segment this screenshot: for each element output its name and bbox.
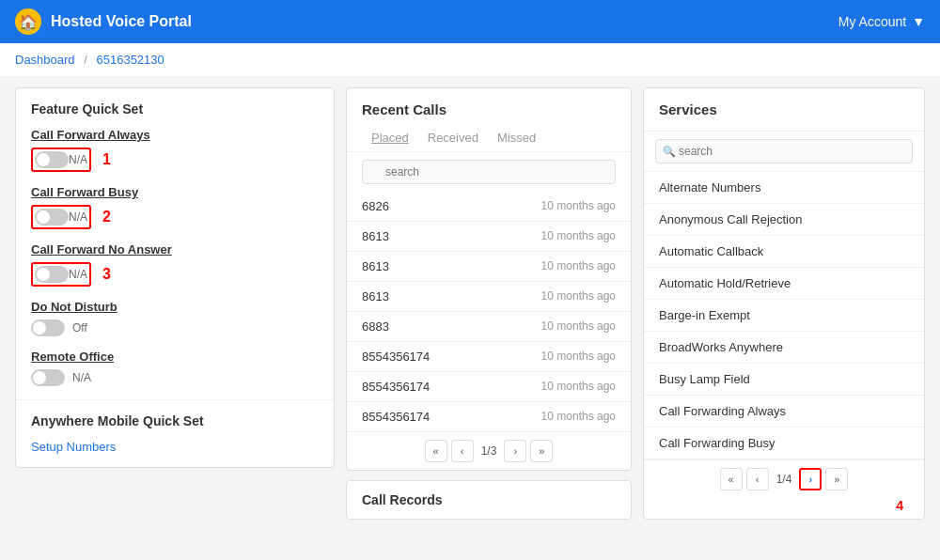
calls-table: 6826 10 months ago 8613 10 months ago 86… — [347, 192, 631, 431]
feature-label-call-forward-no-answer: Call Forward No Answer — [31, 242, 319, 257]
services-search-input[interactable] — [655, 139, 913, 163]
toggle-remote-office[interactable] — [31, 369, 65, 386]
page-first-button[interactable]: « — [425, 440, 447, 462]
feature-call-forward-no-answer: Call Forward No Answer N/A 3 — [31, 242, 319, 287]
services-page-info: 1/4 — [773, 473, 796, 486]
services-page-first-button[interactable]: « — [720, 468, 743, 490]
toggle-call-forward-no-answer[interactable] — [35, 266, 69, 283]
call-time: 10 months ago — [541, 229, 616, 243]
toggle-do-not-disturb[interactable] — [31, 319, 65, 336]
toggle-value-dnd: Off — [72, 321, 87, 334]
feature-label-remote-office: Remote Office — [31, 350, 319, 364]
feature-quick-set-title: Feature Quick Set — [31, 101, 319, 117]
header: 🏠 Hosted Voice Portal My Account ▼ — [0, 0, 940, 43]
calls-search-wrap — [362, 160, 616, 184]
page-prev-button[interactable]: ‹ — [451, 440, 474, 462]
feature-label-call-forward-busy: Call Forward Busy — [31, 185, 319, 199]
chevron-down-icon: ▼ — [912, 14, 925, 29]
service-item[interactable]: Call Forwarding Busy — [644, 428, 924, 459]
page-last-button[interactable]: » — [530, 440, 553, 462]
breadcrumb-dashboard[interactable]: Dashboard — [15, 53, 75, 67]
table-row: 8613 10 months ago — [347, 282, 631, 312]
call-records-panel: Call Records — [346, 480, 632, 520]
annotation-3: 3 — [102, 266, 111, 283]
table-row: 8613 10 months ago — [347, 252, 631, 282]
setup-numbers-link[interactable]: Setup Numbers — [31, 440, 116, 454]
toggle-value-1: N/A — [69, 153, 87, 166]
toggle-row-remote: N/A — [31, 369, 319, 386]
call-number: 8613 — [362, 289, 389, 303]
services-title: Services — [644, 88, 924, 132]
service-item[interactable]: Call Forwarding Always — [644, 396, 924, 428]
call-time: 10 months ago — [541, 289, 616, 303]
breadcrumb: Dashboard / 6516352130 — [0, 43, 940, 76]
feature-call-forward-always: Call Forward Always N/A 1 — [31, 128, 319, 172]
feature-quick-set-section: Feature Quick Set Call Forward Always N/… — [16, 88, 334, 400]
toggle-row-dnd: Off — [31, 319, 319, 336]
recent-calls-panel: Recent Calls Placed Received Missed 6826… — [346, 87, 632, 471]
service-item[interactable]: Busy Lamp Field — [644, 364, 924, 396]
feature-call-forward-busy: Call Forward Busy N/A 2 — [31, 185, 319, 229]
calls-search-input[interactable] — [362, 160, 616, 184]
tab-placed[interactable]: Placed — [362, 125, 418, 152]
left-panel: Feature Quick Set Call Forward Always N/… — [15, 87, 335, 468]
app-logo-icon: 🏠 — [15, 8, 41, 35]
page-next-button[interactable]: › — [504, 440, 526, 462]
anywhere-mobile-section: Anywhere Mobile Quick Set Setup Numbers — [16, 400, 334, 467]
call-number: 6826 — [362, 199, 389, 213]
services-pagination: « ‹ 1/4 › » — [644, 459, 924, 498]
toggle-box-2: N/A — [31, 205, 91, 229]
service-item[interactable]: Anonymous Call Rejection — [644, 204, 924, 236]
my-account-label: My Account — [838, 14, 906, 29]
service-item[interactable]: BroadWorks Anywhere — [644, 332, 924, 364]
call-number: 8554356174 — [362, 380, 430, 394]
call-number: 6883 — [362, 319, 389, 334]
middle-panel: Recent Calls Placed Received Missed 6826… — [346, 87, 632, 520]
app-title: Hosted Voice Portal — [51, 13, 192, 30]
feature-do-not-disturb: Do Not Disturb Off — [31, 300, 319, 336]
call-number: 8554356174 — [362, 410, 430, 424]
my-account-button[interactable]: My Account ▼ — [838, 14, 925, 29]
call-time: 10 months ago — [541, 350, 616, 364]
service-item[interactable]: Automatic Hold/Retrieve — [644, 268, 924, 300]
services-page-last-button[interactable]: » — [825, 468, 848, 490]
table-row: 6826 10 months ago — [347, 192, 631, 222]
toggle-box-1: N/A — [31, 148, 91, 172]
recent-calls-title: Recent Calls — [347, 88, 631, 117]
breadcrumb-separator: / — [84, 53, 87, 67]
recent-calls-tabs: Placed Received Missed — [347, 117, 631, 152]
annotation-1: 1 — [102, 151, 111, 168]
table-row: 8554356174 10 months ago — [347, 402, 631, 431]
calls-pagination: « ‹ 1/3 › » — [347, 431, 631, 470]
services-page-next-button[interactable]: › — [799, 468, 822, 490]
toggle-value-2: N/A — [69, 210, 87, 224]
toggle-row-1: N/A 1 — [31, 148, 319, 172]
call-time: 10 months ago — [541, 380, 616, 394]
toggle-call-forward-always[interactable] — [35, 151, 69, 168]
tab-missed[interactable]: Missed — [488, 125, 545, 152]
toggle-box-3: N/A — [31, 262, 91, 287]
tab-received[interactable]: Received — [418, 125, 488, 152]
toggle-call-forward-busy[interactable] — [35, 209, 69, 226]
service-item[interactable]: Alternate Numbers — [644, 172, 924, 204]
feature-label-do-not-disturb: Do Not Disturb — [31, 300, 319, 314]
service-item[interactable]: Automatic Callback — [644, 236, 924, 268]
breadcrumb-phone[interactable]: 6516352130 — [96, 53, 164, 67]
main-content: Feature Quick Set Call Forward Always N/… — [0, 76, 940, 531]
annotation-4: 4 — [644, 498, 924, 519]
toggle-row-2: N/A 2 — [31, 205, 319, 229]
header-left: 🏠 Hosted Voice Portal — [15, 8, 192, 35]
services-search-bar — [644, 132, 924, 172]
table-row: 8613 10 months ago — [347, 222, 631, 252]
toggle-row-3: N/A 3 — [31, 262, 319, 287]
call-time: 10 months ago — [541, 319, 616, 334]
call-records-title: Call Records — [362, 492, 443, 507]
feature-remote-office: Remote Office N/A — [31, 350, 319, 386]
table-row: 8554356174 10 months ago — [347, 372, 631, 402]
service-item[interactable]: Barge-in Exempt — [644, 300, 924, 332]
feature-label-call-forward-always: Call Forward Always — [31, 128, 319, 142]
call-number: 8613 — [362, 259, 389, 273]
toggle-value-remote: N/A — [72, 371, 91, 384]
table-row: 6883 10 months ago — [347, 312, 631, 342]
services-page-prev-button[interactable]: ‹ — [746, 468, 769, 490]
